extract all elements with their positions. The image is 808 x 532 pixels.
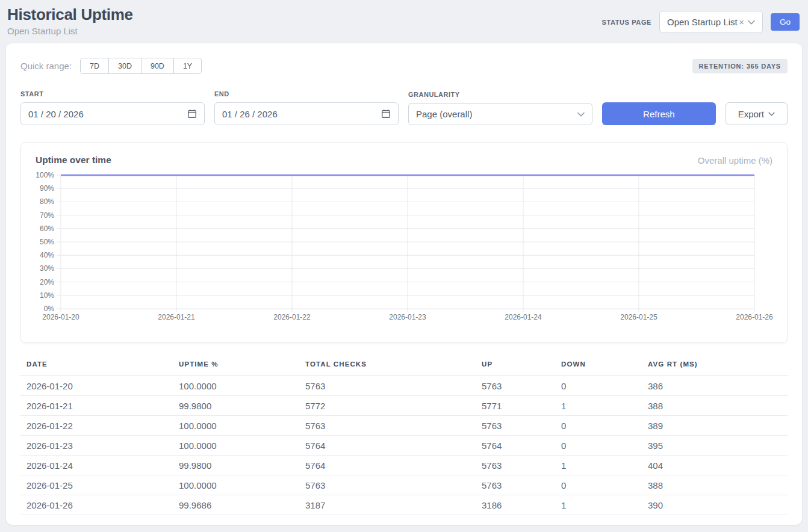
uptime-table: DATEUPTIME %TOTAL CHECKSUPDOWNAVG RT (MS… [20, 358, 788, 515]
end-date-input[interactable]: 01 / 26 / 2026 [214, 102, 399, 125]
table-cell: 99.9800 [173, 396, 299, 416]
table-cell: 0 [555, 416, 642, 436]
quick-range-row: Quick range: 7D30D90D1Y RETENTION: 365 D… [20, 58, 788, 74]
title-block: Historical Uptime Open Startup List [7, 6, 133, 36]
clear-icon[interactable]: × [739, 17, 744, 26]
table-column-header: DATE [20, 358, 173, 376]
axis-tick-label: 2026-01-26 [736, 313, 773, 321]
axis-tick-label: 2026-01-21 [158, 313, 195, 321]
granularity-select[interactable]: Page (overall) [408, 103, 592, 125]
uptime-chart-card: Uptime over time Overall uptime (%) 0%10… [20, 142, 788, 343]
axis-tick-label: 40% [40, 251, 54, 259]
topbar: Historical Uptime Open Startup List STAT… [0, 0, 808, 43]
quick-range-button-group: 7D30D90D1Y [80, 58, 202, 74]
table-cell: 5763 [299, 416, 476, 436]
axis-tick-label: 10% [40, 291, 54, 300]
table-column-header: TOTAL CHECKS [299, 358, 476, 376]
table-cell: 100.0000 [173, 436, 299, 456]
table-cell: 2026-01-25 [20, 475, 173, 495]
axis-tick-label: 50% [40, 238, 54, 246]
export-button-label: Export [738, 109, 764, 119]
go-button[interactable]: Go [771, 13, 800, 31]
chevron-down-icon [768, 112, 775, 116]
topbar-right: STATUS PAGE Open Startup List × Go [602, 11, 800, 33]
quick-range-label: Quick range: [20, 61, 72, 71]
table-cell: 5764 [299, 456, 476, 475]
table-cell: 5763 [476, 416, 555, 436]
table-column-header: UP [476, 358, 555, 376]
refresh-button[interactable]: Refresh [602, 102, 716, 125]
table-cell: 3186 [476, 495, 555, 515]
uptime-line-chart: 0%10%20%30%40%50%60%70%80%90%100%2026-01… [36, 169, 774, 323]
start-date-input[interactable]: 01 / 20 / 2026 [20, 102, 205, 125]
axis-tick-label: 2026-01-25 [620, 313, 657, 321]
table-row: 2026-01-2699.9686318731861390 [20, 495, 788, 515]
table-cell: 0 [555, 376, 642, 396]
table-cell: 5763 [476, 475, 555, 495]
granularity-label: GRANULARITY [408, 91, 592, 98]
table-cell: 386 [642, 376, 788, 396]
status-page-label: STATUS PAGE [602, 19, 651, 26]
start-date-field: START 01 / 20 / 2026 [20, 90, 205, 125]
page-subtitle: Open Startup List [7, 26, 133, 36]
table-cell: 5772 [299, 396, 476, 416]
table-cell: 5771 [476, 396, 555, 416]
axis-tick-label: 90% [40, 184, 54, 193]
table-cell: 5764 [476, 436, 555, 456]
table-cell: 5763 [299, 376, 476, 396]
axis-tick-label: 20% [40, 278, 54, 286]
table-row: 2026-01-2499.9800576457631404 [20, 456, 788, 475]
table-row: 2026-01-20100.0000576357630386 [20, 376, 788, 396]
main-panel: Quick range: 7D30D90D1Y RETENTION: 365 D… [6, 43, 802, 525]
page-title: Historical Uptime [7, 6, 133, 24]
calendar-icon[interactable] [381, 109, 391, 119]
table-cell: 2026-01-20 [20, 376, 173, 396]
table-cell: 388 [642, 396, 788, 416]
axis-tick-label: 80% [40, 197, 54, 206]
table-column-header: AVG RT (MS) [642, 358, 788, 376]
axis-tick-label: 100% [36, 171, 54, 179]
table-cell: 2026-01-22 [20, 416, 173, 436]
axis-tick-label: 2026-01-22 [273, 313, 311, 321]
granularity-field: GRANULARITY Page (overall) [408, 91, 592, 125]
axis-tick-label: 2026-01-23 [389, 313, 426, 321]
filter-form-row: START 01 / 20 / 2026 END 01 / 26 / 2026 … [20, 90, 788, 125]
chart-legend: Overall uptime (%) [698, 155, 772, 165]
table-cell: 2026-01-23 [20, 436, 173, 456]
quick-range-button-90d[interactable]: 90D [141, 58, 174, 74]
table-cell: 99.9800 [173, 456, 299, 475]
axis-tick-label: 60% [40, 224, 54, 233]
chevron-down-icon [748, 20, 755, 25]
axis-tick-label: 0% [44, 305, 55, 313]
export-button[interactable]: Export [726, 102, 788, 125]
quick-range-button-30d[interactable]: 30D [109, 58, 141, 74]
table-cell: 2026-01-26 [20, 495, 173, 515]
chevron-down-icon [577, 112, 585, 117]
table-cell: 404 [642, 456, 788, 475]
quick-range-button-1y[interactable]: 1Y [174, 58, 202, 74]
table-cell: 1 [555, 495, 642, 515]
table-row: 2026-01-23100.0000576457640395 [20, 436, 788, 456]
granularity-selected-value: Page (overall) [416, 109, 577, 119]
table-cell: 389 [642, 416, 788, 436]
end-date-label: END [214, 90, 399, 97]
table-cell: 100.0000 [173, 416, 299, 436]
table-cell: 390 [642, 495, 788, 515]
end-date-value: 01 / 26 / 2026 [222, 109, 278, 119]
calendar-icon[interactable] [187, 109, 197, 119]
table-row: 2026-01-25100.0000576357630388 [20, 475, 788, 495]
table-cell: 0 [555, 436, 642, 456]
table-cell: 1 [555, 456, 642, 475]
table-cell: 99.9686 [173, 495, 299, 515]
table-column-header: DOWN [555, 358, 642, 376]
table-row: 2026-01-2199.9800577257711388 [20, 396, 788, 416]
table-cell: 5764 [299, 436, 476, 456]
table-cell: 5763 [476, 456, 555, 475]
table-cell: 100.0000 [173, 376, 299, 396]
quick-range-button-7d[interactable]: 7D [80, 58, 109, 74]
chart-header: Uptime over time Overall uptime (%) [36, 155, 772, 165]
axis-tick-label: 30% [40, 264, 54, 273]
table-cell: 100.0000 [173, 475, 299, 495]
table-cell: 388 [642, 475, 788, 495]
status-page-select[interactable]: Open Startup List × [659, 11, 763, 33]
